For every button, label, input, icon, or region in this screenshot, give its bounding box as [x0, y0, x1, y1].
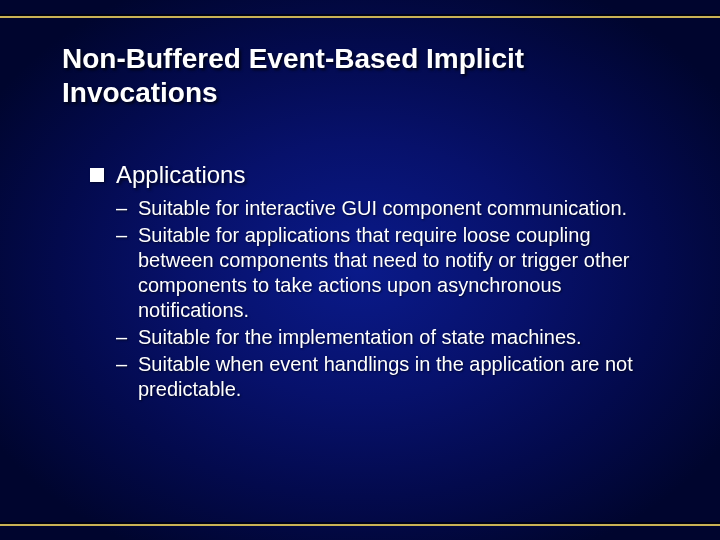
sub-bullet-list: – Suitable for interactive GUI component… — [116, 196, 650, 402]
sub-bullet: – Suitable for applications that require… — [116, 223, 650, 323]
sub-bullet-text: Suitable for applications that require l… — [138, 223, 638, 323]
bullet-level1-text: Applications — [116, 160, 245, 190]
slide-body: Applications – Suitable for interactive … — [90, 160, 650, 404]
sub-bullet: – Suitable for interactive GUI component… — [116, 196, 650, 221]
dash-bullet-icon: – — [116, 223, 138, 248]
sub-bullet: – Suitable when event handlings in the a… — [116, 352, 650, 402]
bullet-level1: Applications — [90, 160, 650, 190]
dash-bullet-icon: – — [116, 196, 138, 221]
sub-bullet-text: Suitable for interactive GUI component c… — [138, 196, 627, 221]
slide: Non-Buffered Event-Based Implicit Invoca… — [0, 0, 720, 540]
dash-bullet-icon: – — [116, 325, 138, 350]
sub-bullet-text: Suitable for the implementation of state… — [138, 325, 582, 350]
slide-title: Non-Buffered Event-Based Implicit Invoca… — [62, 42, 658, 109]
accent-line-top-gold — [0, 16, 720, 18]
sub-bullet: – Suitable for the implementation of sta… — [116, 325, 650, 350]
sub-bullet-text: Suitable when event handlings in the app… — [138, 352, 638, 402]
square-bullet-icon — [90, 168, 104, 182]
dash-bullet-icon: – — [116, 352, 138, 377]
accent-line-bottom-gold — [0, 524, 720, 526]
